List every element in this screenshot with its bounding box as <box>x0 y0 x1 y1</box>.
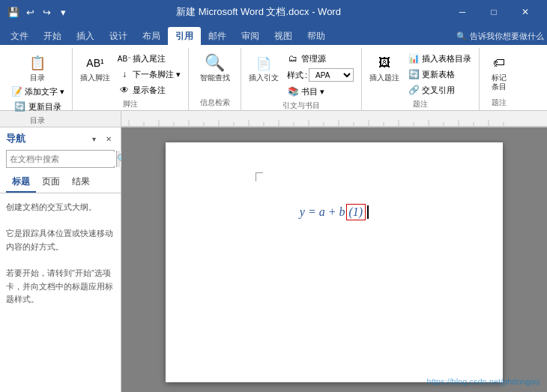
nav-controls: ▾ ✕ <box>88 133 115 145</box>
footnote-label: 插入脚注 <box>80 73 110 82</box>
research-group: 🔍 智能查找 信息检索 <box>189 48 241 110</box>
customize-qat-button[interactable]: ▾ <box>55 4 70 19</box>
update-table-label: 更新表格 <box>422 69 455 80</box>
nav-header: 导航 ▾ ✕ <box>0 127 121 148</box>
next-footnote-button[interactable]: ↓ 下一条脚注 ▾ <box>115 67 184 82</box>
toc-button[interactable]: 📋 目录 <box>24 51 51 84</box>
caption-label: 插入题注 <box>369 73 399 82</box>
insert-endnote-button[interactable]: AB⁻ 插入尾注 <box>115 51 184 66</box>
nav-hint-3: 若要开始，请转到"开始"选项卡，并向文档中的标题应用标题样式。 <box>6 267 115 307</box>
insert-table-figures-button[interactable]: 📊 插入表格目录 <box>405 51 474 66</box>
nav-tab-headings[interactable]: 标题 <box>6 172 36 193</box>
caption-group-label: 题注 <box>366 97 474 112</box>
minimize-button[interactable]: ─ <box>447 0 478 24</box>
tab-help[interactable]: 帮助 <box>300 27 333 45</box>
tab-file[interactable]: 文件 <box>3 27 36 45</box>
nav-hint-2: 它是跟踪具体位置或快速移动内容的好方式。 <box>6 227 115 253</box>
style-select[interactable]: APA MLA Chicago <box>309 68 354 82</box>
window-title: 新建 Microsoft Word 文档.docx - Word <box>73 5 444 19</box>
redo-button[interactable]: ↪ <box>39 4 54 19</box>
insert-footnote-button[interactable]: AB¹ 插入脚注 <box>77 51 113 84</box>
nav-tab-results[interactable]: 结果 <box>66 172 96 193</box>
cross-reference-button[interactable]: 🔗 交叉引用 <box>405 82 474 97</box>
add-text-button[interactable]: 📝 添加文字 ▾ <box>7 84 67 99</box>
mark-entry-button[interactable]: 🏷 标记条目 <box>484 51 514 93</box>
smart-lookup-button[interactable]: 🔍 智能查找 <box>197 51 233 84</box>
index-group: 🏷 标记条目 题注 <box>480 48 519 110</box>
footnote-group: AB¹ 插入脚注 AB⁻ 插入尾注 ↓ 下一条脚注 ▾ 👁 显示 <box>73 48 189 110</box>
equation-cursor <box>367 205 369 219</box>
cursor-area <box>256 172 458 181</box>
smart-lookup-icon: 🔍 <box>205 52 226 73</box>
update-toc-icon: 🔄 <box>14 100 26 112</box>
caption-group-inner: 🖼 插入题注 📊 插入表格目录 🔄 更新表格 🔗 交叉引用 <box>366 49 474 97</box>
cross-ref-label: 交叉引用 <box>422 85 455 96</box>
next-footnote-label: 下一条脚注 <box>133 69 174 80</box>
nav-tabs: 标题 页面 结果 <box>0 172 121 193</box>
footnote-icon: AB¹ <box>85 52 106 73</box>
nav-search-box: 🔍 ▾ <box>6 150 115 168</box>
tab-references[interactable]: 引用 <box>168 27 201 45</box>
navigation-panel: 导航 ▾ ✕ 🔍 ▾ 标题 页面 结果 创建文档的交互式大纲。 它是跟踪具体位置… <box>0 127 121 392</box>
style-colon: : <box>305 70 307 79</box>
equation-text: y = a + b <box>300 205 345 219</box>
mark-label: 标记条目 <box>492 73 507 91</box>
citation-label: 插入引文 <box>249 73 279 82</box>
update-toc-button[interactable]: 🔄 更新目录 <box>11 99 64 114</box>
nav-close-button[interactable]: ✕ <box>103 133 115 145</box>
manage-label: 管理源 <box>301 53 326 64</box>
ribbon-search-area: 🔍 告诉我你想要做什么 <box>456 31 544 45</box>
nav-content: 创建文档的交互式大纲。 它是跟踪具体位置或快速移动内容的好方式。 若要开始，请转… <box>0 193 121 314</box>
nav-options-button[interactable]: ▾ <box>88 133 100 145</box>
tab-mailings[interactable]: 邮件 <box>201 27 234 45</box>
style-dropdown[interactable]: 样式 : APA MLA Chicago <box>284 67 357 83</box>
endnote-icon: AB⁻ <box>118 52 130 64</box>
tab-insert[interactable]: 插入 <box>69 27 102 45</box>
nav-tab-pages[interactable]: 页面 <box>36 172 66 193</box>
tab-home[interactable]: 开始 <box>36 27 69 45</box>
manage-sources-button[interactable]: 🗂 管理源 <box>284 51 357 66</box>
horizontal-ruler <box>121 111 547 127</box>
insert-caption-button[interactable]: 🖼 插入题注 <box>366 51 402 84</box>
citations-group-inner: 📄 插入引文 🗂 管理源 样式 : APA MLA Chicago <box>246 49 357 99</box>
update-table-icon: 🔄 <box>408 68 420 80</box>
cross-ref-icon: 🔗 <box>408 84 420 96</box>
bibliography-button[interactable]: 📚 书目 ▾ <box>284 84 357 99</box>
tab-view[interactable]: 视图 <box>267 27 300 45</box>
footnote-group-inner: AB¹ 插入脚注 AB⁻ 插入尾注 ↓ 下一条脚注 ▾ 👁 显示 <box>77 49 184 97</box>
footnote-stack: AB⁻ 插入尾注 ↓ 下一条脚注 ▾ 👁 显示备注 <box>115 51 184 97</box>
main-area: 导航 ▾ ✕ 🔍 ▾ 标题 页面 结果 创建文档的交互式大纲。 它是跟踪具体位置… <box>0 127 547 392</box>
nav-hint-1: 创建文档的交互式大纲。 <box>6 201 115 214</box>
equation-boxed: (1) <box>346 204 366 220</box>
undo-button[interactable]: ↩ <box>22 4 37 19</box>
update-toc-label: 更新目录 <box>28 101 61 112</box>
update-table-button[interactable]: 🔄 更新表格 <box>405 67 474 82</box>
tab-design[interactable]: 设计 <box>102 27 135 45</box>
insert-citation-button[interactable]: 📄 插入引文 <box>246 51 282 84</box>
index-group-inner: 🏷 标记条目 <box>484 49 514 96</box>
nav-search-input[interactable] <box>7 152 116 166</box>
bib-icon: 📚 <box>287 85 299 97</box>
table-figures-label: 插入表格目录 <box>422 53 471 64</box>
close-button[interactable]: ✕ <box>510 0 541 24</box>
style-label: 样式 <box>287 70 303 81</box>
document-area[interactable]: y = a + b (1) https://blog.csdn.net/phdo… <box>121 127 547 392</box>
ribbon-search-label[interactable]: 告诉我你想要做什么 <box>470 31 544 42</box>
research-group-inner: 🔍 智能查找 <box>197 49 233 96</box>
tab-review[interactable]: 审阅 <box>234 27 267 45</box>
document-page[interactable]: y = a + b (1) <box>166 142 503 382</box>
tab-layout[interactable]: 布局 <box>135 27 168 45</box>
caption-icon: 🖼 <box>374 52 395 73</box>
add-text-icon: 📝 <box>10 85 22 97</box>
toc-group-label: 目录 <box>7 114 67 128</box>
toc-group-inner: 📋 目录 📝 添加文字 ▾ 🔄 更新目录 <box>7 49 67 114</box>
save-button[interactable]: 💾 <box>6 4 21 19</box>
svg-rect-1 <box>121 111 547 127</box>
show-notes-button[interactable]: 👁 显示备注 <box>115 82 184 97</box>
cursor-mark <box>256 172 263 181</box>
ribbon-content: 📋 目录 📝 添加文字 ▾ 🔄 更新目录 目录 AB¹ <box>0 45 547 111</box>
show-notes-icon: 👁 <box>118 84 130 96</box>
smart-lookup-label: 智能查找 <box>200 73 230 82</box>
maximize-button[interactable]: □ <box>478 0 510 24</box>
equation-container: y = a + b (1) <box>211 204 458 220</box>
